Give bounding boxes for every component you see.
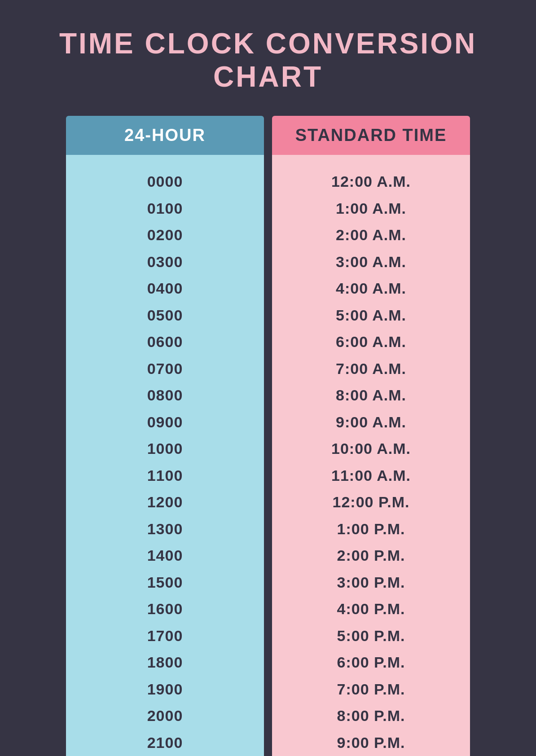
military-time-cell: 2100 bbox=[147, 730, 183, 756]
standard-time-cell: 5:00 A.M. bbox=[336, 302, 406, 329]
standard-time-cell: 12:00 P.M. bbox=[333, 489, 410, 516]
military-time-cell: 1500 bbox=[147, 569, 183, 596]
standard-time-cell: 6:00 P.M. bbox=[337, 649, 405, 676]
military-time-cell: 1900 bbox=[147, 676, 183, 703]
standard-time-cell: 1:00 P.M. bbox=[337, 516, 405, 543]
page-title: TIME CLOCK CONVERSION CHART bbox=[0, 27, 536, 93]
body-24hour: 0000010002000300040005000600070008000900… bbox=[66, 155, 264, 756]
chart-container: 24-HOUR 00000100020003000400050006000700… bbox=[66, 116, 470, 756]
military-time-cell: 0000 bbox=[147, 168, 183, 195]
header-24hour: 24-HOUR bbox=[66, 116, 264, 155]
military-time-cell: 1000 bbox=[147, 435, 183, 462]
column-24hour: 24-HOUR 00000100020003000400050006000700… bbox=[66, 116, 264, 756]
military-time-cell: 1300 bbox=[147, 516, 183, 543]
military-time-cell: 0700 bbox=[147, 356, 183, 382]
military-time-cell: 0100 bbox=[147, 195, 183, 222]
standard-time-cell: 1:00 A.M. bbox=[336, 195, 406, 222]
standard-time-cell: 7:00 A.M. bbox=[336, 356, 406, 382]
military-time-cell: 0900 bbox=[147, 409, 183, 436]
military-time-cell: 1700 bbox=[147, 623, 183, 650]
military-time-cell: 1400 bbox=[147, 542, 183, 569]
standard-time-cell: 2:00 P.M. bbox=[337, 542, 405, 569]
standard-time-cell: 6:00 A.M. bbox=[336, 329, 406, 356]
military-time-cell: 0400 bbox=[147, 275, 183, 302]
standard-time-cell: 11:00 A.M. bbox=[331, 462, 411, 489]
military-time-cell: 0300 bbox=[147, 249, 183, 276]
standard-time-cell: 7:00 P.M. bbox=[337, 676, 405, 703]
standard-time-cell: 8:00 P.M. bbox=[337, 703, 405, 730]
standard-time-cell: 4:00 A.M. bbox=[336, 275, 406, 302]
military-time-cell: 1200 bbox=[147, 489, 183, 516]
standard-time-cell: 5:00 P.M. bbox=[337, 623, 405, 650]
military-time-cell: 2000 bbox=[147, 703, 183, 730]
military-time-cell: 0200 bbox=[147, 222, 183, 249]
body-standard: 12:00 A.M.1:00 A.M.2:00 A.M.3:00 A.M.4:0… bbox=[272, 155, 470, 756]
military-time-cell: 0800 bbox=[147, 382, 183, 409]
standard-time-cell: 3:00 P.M. bbox=[337, 569, 405, 596]
standard-time-cell: 9:00 P.M. bbox=[337, 730, 405, 756]
military-time-cell: 1800 bbox=[147, 649, 183, 676]
standard-time-cell: 10:00 A.M. bbox=[331, 435, 411, 462]
military-time-cell: 1600 bbox=[147, 596, 183, 623]
standard-time-cell: 9:00 A.M. bbox=[336, 409, 406, 436]
header-standard: STANDARD TIME bbox=[272, 116, 470, 155]
standard-time-cell: 3:00 A.M. bbox=[336, 249, 406, 276]
military-time-cell: 0500 bbox=[147, 302, 183, 329]
standard-time-cell: 2:00 A.M. bbox=[336, 222, 406, 249]
standard-time-cell: 8:00 A.M. bbox=[336, 382, 406, 409]
column-standard: STANDARD TIME 12:00 A.M.1:00 A.M.2:00 A.… bbox=[272, 116, 470, 756]
military-time-cell: 0600 bbox=[147, 329, 183, 356]
military-time-cell: 1100 bbox=[147, 462, 183, 489]
standard-time-cell: 12:00 A.M. bbox=[331, 168, 411, 195]
standard-time-cell: 4:00 P.M. bbox=[337, 596, 405, 623]
